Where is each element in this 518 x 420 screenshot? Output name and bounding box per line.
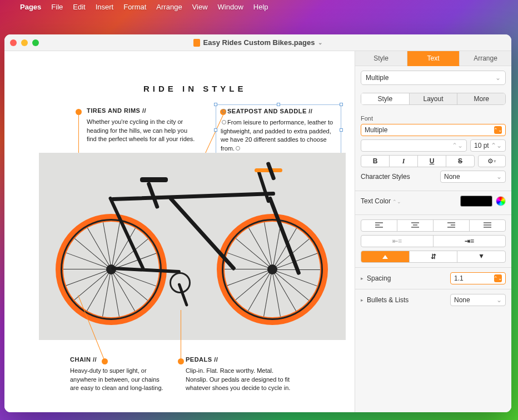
document-name: Easy Rides Custom Bikes.pages (203, 38, 315, 47)
font-size-value: 10 pt (474, 142, 489, 149)
inspector-tabs: Style Text Arrange (355, 51, 511, 66)
font-label: Font (361, 115, 506, 122)
callout-head: PEDALS // (186, 356, 291, 364)
color-wheel-button[interactable] (496, 196, 506, 206)
paragraph-style-select[interactable]: Multiple ⌄ (361, 71, 506, 85)
italic-button[interactable]: I (390, 156, 418, 167)
callout-line (181, 310, 181, 361)
menu-file[interactable]: File (51, 3, 63, 11)
char-styles-select[interactable]: None ⌄ (440, 171, 506, 183)
callout-head: SEATPOST AND SADDLE // (221, 107, 336, 116)
bullets-label: Bullets & Lists (367, 296, 447, 304)
callout-chain[interactable]: CHAIN // Heavy-duty to super light, or a… (70, 356, 165, 393)
callout-tires[interactable]: TIRES AND RIMS // Whether you're cycling… (87, 107, 198, 144)
font-family-select[interactable]: Multiple ⌃⌄ (361, 124, 506, 136)
underline-button[interactable]: U (418, 156, 446, 167)
callout-head: TIRES AND RIMS // (87, 107, 198, 115)
tab-text[interactable]: Text (407, 51, 460, 66)
title-chevron-icon: ⌄ (318, 39, 322, 46)
menu-format[interactable]: Format (123, 3, 146, 11)
align-justify-button[interactable] (470, 220, 505, 231)
chevron-down-icon: ⌄ (496, 173, 502, 181)
app-window: Easy Rides Custom Bikes.pages ⌄ RIDE IN … (4, 34, 511, 412)
traffic-lights (10, 39, 39, 46)
spacing-value: 1.1 (454, 274, 464, 282)
v-align-buttons: ⇵ ▲ (361, 251, 506, 263)
bullets-row[interactable]: ▸ Bullets & Lists None ⌄ (355, 289, 511, 311)
h-align-buttons (361, 219, 506, 232)
format-inspector: Style Text Arrange Multiple ⌄ Style Layo… (355, 51, 511, 412)
disclosure-icon: ▸ (361, 276, 363, 281)
bullets-value: None (454, 296, 470, 304)
advanced-font-button[interactable]: ⚙︎▾ (478, 155, 506, 167)
spacing-select[interactable]: 1.1 ⌃⌄ (450, 272, 506, 284)
page-title[interactable]: RIDE IN STYLE (143, 84, 247, 93)
zoom-button[interactable] (32, 39, 39, 46)
font-family-value: Multiple (365, 126, 387, 134)
bullets-select[interactable]: None ⌄ (450, 294, 506, 306)
text-subtabs: Style Layout More (361, 93, 506, 105)
close-button[interactable] (10, 39, 17, 46)
indent-buttons: ⇤≡ ⇥≡ (361, 235, 506, 247)
menu-edit[interactable]: Edit (73, 3, 85, 11)
align-right-button[interactable] (434, 220, 470, 231)
callout-marker (76, 109, 82, 115)
valign-bottom-button[interactable]: ▲ (457, 251, 505, 262)
stepper-icon: ⌃⌄ (491, 142, 502, 149)
bold-button[interactable]: B (361, 156, 390, 167)
char-styles-label: Character Styles (361, 173, 437, 181)
font-style-buttons: B I U S (361, 155, 475, 167)
window-title[interactable]: Easy Rides Custom Bikes.pages ⌄ (43, 38, 472, 47)
tab-arrange[interactable]: Arrange (460, 51, 511, 66)
menu-arrange[interactable]: Arrange (156, 3, 182, 11)
document-canvas[interactable]: RIDE IN STYLE TIRES AND RIMS // Whether … (4, 51, 355, 412)
callout-pedals[interactable]: PEDALS // Clip-in. Flat. Race worthy. Me… (186, 356, 291, 393)
callout-seatpost-selected[interactable]: SEATPOST AND SADDLE // From leisure to p… (216, 104, 341, 156)
chevron-down-icon: ⌄ (496, 296, 502, 304)
menu-insert[interactable]: Insert (96, 3, 114, 11)
tab-style[interactable]: Style (355, 51, 407, 66)
menubar: Pages File Edit Insert Format Arrange Vi… (0, 0, 518, 13)
valign-top-button[interactable] (361, 251, 410, 262)
callout-body: Heavy-duty to super light, or anywhere i… (70, 367, 165, 392)
text-color-well[interactable] (460, 196, 492, 207)
menu-window[interactable]: Window (218, 3, 243, 11)
subtab-style[interactable]: Style (361, 93, 410, 104)
align-center-button[interactable] (397, 220, 434, 231)
menu-help[interactable]: Help (253, 3, 268, 11)
font-style-select[interactable]: ⌃⌄ (361, 139, 467, 152)
chevron-down-icon: ⌄ (495, 74, 501, 82)
align-left-button[interactable] (361, 220, 397, 231)
outdent-button[interactable]: ⇤≡ (361, 236, 434, 247)
callout-head: CHAIN // (70, 356, 165, 364)
stepper-icon: ⌃⌄ (494, 126, 502, 134)
disclosure-icon: ▸ (361, 297, 363, 303)
document-icon (193, 39, 200, 47)
indent-button[interactable]: ⇥≡ (434, 236, 505, 247)
callout-body: Clip-in. Flat. Race worthy. Metal. Nonsl… (186, 367, 291, 392)
spacing-label: Spacing (367, 274, 447, 282)
subtab-more[interactable]: More (457, 93, 505, 104)
char-styles-value: None (444, 173, 460, 181)
font-size-field[interactable]: 10 pt ⌃⌄ (470, 139, 506, 152)
titlebar: Easy Rides Custom Bikes.pages ⌄ (4, 34, 511, 51)
gear-icon: ⚙︎ (487, 157, 494, 165)
valign-middle-button[interactable]: ⇵ (410, 251, 458, 262)
app-menu[interactable]: Pages (20, 3, 41, 11)
spacing-row[interactable]: ▸ Spacing 1.1 ⌃⌄ (355, 268, 511, 289)
subtab-layout[interactable]: Layout (410, 93, 458, 104)
text-color-label: Text Color ⌃⌄ (361, 197, 457, 205)
menu-view[interactable]: View (192, 3, 208, 11)
callout-body: From leisure to performance, leather to … (221, 118, 336, 153)
minimize-button[interactable] (21, 39, 28, 46)
paragraph-style-value: Multiple (366, 74, 388, 82)
strike-button[interactable]: S (446, 156, 474, 167)
stepper-icon: ⌃⌄ (494, 274, 502, 282)
callout-body: Whether you're cycling in the city or he… (87, 118, 198, 143)
